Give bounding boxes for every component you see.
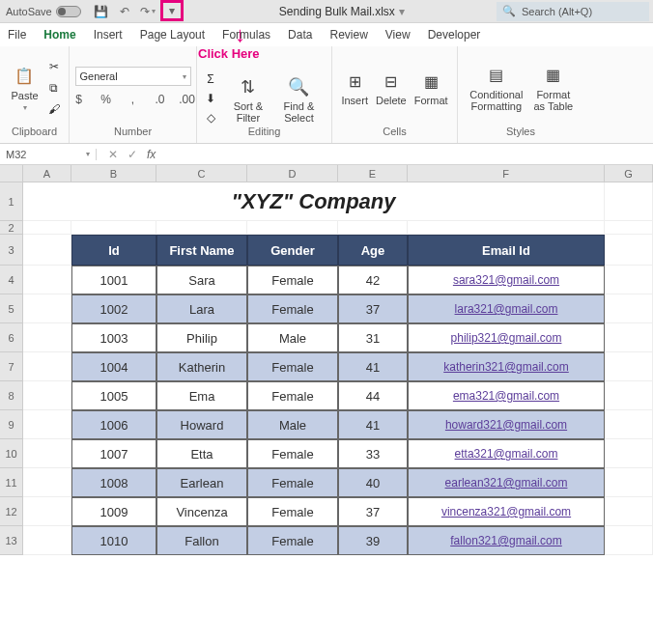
autosave[interactable]: AutoSave xyxy=(0,6,87,17)
table-cell[interactable]: Etta xyxy=(156,439,247,468)
col-header[interactable]: A xyxy=(23,165,71,182)
select-all-corner[interactable] xyxy=(0,165,23,182)
col-header[interactable]: C xyxy=(156,165,247,182)
email-link[interactable]: sara321@gmail.com xyxy=(453,273,559,287)
paste-button[interactable]: 📋 Paste ▾ xyxy=(7,63,42,114)
table-cell[interactable]: 31 xyxy=(338,323,408,352)
cell[interactable] xyxy=(23,497,71,526)
comma-icon[interactable]: , xyxy=(122,90,145,109)
cell[interactable] xyxy=(23,352,71,381)
row-header[interactable]: 10 xyxy=(0,439,23,468)
cell[interactable] xyxy=(605,352,653,381)
delete-cells-button[interactable]: ⊟ Delete xyxy=(372,68,411,108)
table-cell[interactable]: Female xyxy=(247,468,338,497)
th-age[interactable]: Age xyxy=(338,235,408,266)
table-cell[interactable]: 1003 xyxy=(71,323,156,352)
row-header[interactable]: 11 xyxy=(0,468,23,497)
table-cell[interactable]: 33 xyxy=(338,439,408,468)
cell[interactable] xyxy=(23,381,71,410)
col-header[interactable]: E xyxy=(338,165,408,182)
th-gender[interactable]: Gender xyxy=(247,235,338,266)
table-cell[interactable]: Female xyxy=(247,497,338,526)
table-cell-email[interactable]: philip321@gmail.com xyxy=(408,323,605,352)
cell[interactable] xyxy=(605,468,653,497)
table-cell-email[interactable]: katherin321@gmail.com xyxy=(408,352,605,381)
table-cell[interactable]: 39 xyxy=(338,526,408,555)
table-cell[interactable]: 37 xyxy=(338,294,408,323)
undo-icon[interactable]: ↶ xyxy=(114,2,135,21)
row-header[interactable]: 13 xyxy=(0,526,23,555)
cell[interactable] xyxy=(605,497,653,526)
cell[interactable] xyxy=(23,323,71,352)
cell[interactable] xyxy=(23,294,71,323)
fx-icon[interactable]: fx xyxy=(147,148,156,161)
cell[interactable] xyxy=(23,468,71,497)
table-cell[interactable]: 1004 xyxy=(71,352,156,381)
decrease-decimal-icon[interactable]: .00 xyxy=(176,90,199,109)
table-cell[interactable]: 37 xyxy=(338,497,408,526)
cell[interactable] xyxy=(605,410,653,439)
col-header[interactable]: B xyxy=(71,165,156,182)
cell[interactable] xyxy=(605,235,653,266)
row-header[interactable]: 5 xyxy=(0,294,23,323)
table-cell[interactable]: Fallon xyxy=(156,526,247,555)
title-dropdown-icon[interactable]: ▾ xyxy=(399,5,405,18)
col-header[interactable]: G xyxy=(605,165,653,182)
email-link[interactable]: lara321@gmail.com xyxy=(455,302,558,316)
table-cell[interactable]: Vincenza xyxy=(156,497,247,526)
table-cell-email[interactable]: lara321@gmail.com xyxy=(408,294,605,323)
table-cell[interactable]: 41 xyxy=(338,410,408,439)
name-box[interactable]: M32 ▾ xyxy=(0,149,97,160)
table-cell[interactable]: 1002 xyxy=(71,294,156,323)
table-cell[interactable]: 1006 xyxy=(71,410,156,439)
table-cell-email[interactable]: sara321@gmail.com xyxy=(408,266,605,294)
email-link[interactable]: ema321@gmail.com xyxy=(453,389,559,403)
table-cell[interactable]: Ema xyxy=(156,381,247,410)
currency-icon[interactable]: $ xyxy=(68,90,91,109)
table-cell[interactable]: Female xyxy=(247,294,338,323)
tab-review[interactable]: Review xyxy=(329,28,367,42)
save-icon[interactable]: 💾 xyxy=(91,2,112,21)
cell[interactable] xyxy=(605,221,653,235)
col-header[interactable]: F xyxy=(408,165,605,182)
cell[interactable] xyxy=(605,381,653,410)
table-cell[interactable]: 1010 xyxy=(71,526,156,555)
table-cell[interactable]: Sara xyxy=(156,266,247,294)
table-cell[interactable]: Howard xyxy=(156,410,247,439)
col-header[interactable]: D xyxy=(247,165,338,182)
table-cell[interactable]: Male xyxy=(247,410,338,439)
copy-icon[interactable]: ⧉ xyxy=(46,80,62,96)
email-link[interactable]: philip321@gmail.com xyxy=(451,331,562,345)
clear-icon[interactable]: ◇ xyxy=(203,110,218,126)
table-cell[interactable]: 1007 xyxy=(71,439,156,468)
email-link[interactable]: katherin321@gmail.com xyxy=(443,360,569,374)
cell[interactable] xyxy=(605,266,653,294)
table-cell[interactable]: Lara xyxy=(156,294,247,323)
row-header[interactable]: 7 xyxy=(0,352,23,381)
cancel-icon[interactable]: ✕ xyxy=(108,148,118,161)
cell[interactable] xyxy=(23,526,71,555)
autosum-icon[interactable]: Σ xyxy=(203,71,218,87)
row-header[interactable]: 2 xyxy=(0,221,23,235)
row-header[interactable]: 4 xyxy=(0,266,23,294)
table-cell[interactable]: 1008 xyxy=(71,468,156,497)
cell[interactable] xyxy=(605,526,653,555)
table-cell-email[interactable]: ema321@gmail.com xyxy=(408,381,605,410)
table-cell[interactable]: Female xyxy=(247,352,338,381)
cell[interactable] xyxy=(408,221,605,235)
redo-icon[interactable]: ↷▾ xyxy=(137,2,158,21)
row-header[interactable]: 12 xyxy=(0,497,23,526)
table-cell[interactable]: 41 xyxy=(338,352,408,381)
table-cell[interactable]: Katherin xyxy=(156,352,247,381)
table-cell[interactable]: 42 xyxy=(338,266,408,294)
formatpainter-icon[interactable]: 🖌 xyxy=(46,101,62,117)
sort-filter-button[interactable]: ⇅ Sort & Filter xyxy=(224,73,272,126)
row-header[interactable]: 1 xyxy=(0,182,23,221)
tab-page-layout[interactable]: Page Layout xyxy=(140,28,205,42)
number-format-dropdown[interactable]: General ▾ xyxy=(75,67,191,86)
tab-insert[interactable]: Insert xyxy=(94,28,123,42)
cell[interactable] xyxy=(605,294,653,323)
search-box[interactable]: 🔍 Search (Alt+Q) xyxy=(497,2,649,21)
tab-data[interactable]: Data xyxy=(288,28,312,42)
table-cell[interactable]: 44 xyxy=(338,381,408,410)
